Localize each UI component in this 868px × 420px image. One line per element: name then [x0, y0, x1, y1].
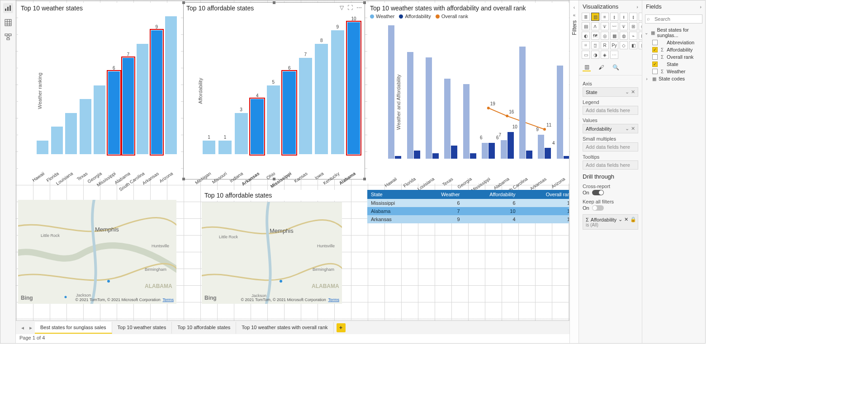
- fields-table[interactable]: ›▦State codes: [644, 75, 703, 82]
- bar[interactable]: Arizona: [165, 16, 177, 154]
- page-tab[interactable]: Top 10 weather states with overall rank: [236, 322, 333, 334]
- bar[interactable]: Hawaii: [36, 16, 49, 154]
- viz-type-icon[interactable]: ⌗: [582, 41, 590, 49]
- viz-type-icon[interactable]: ⫿: [629, 13, 637, 21]
- field-checkbox[interactable]: ✓: [652, 61, 658, 67]
- viz-type-icon[interactable]: R: [601, 41, 609, 49]
- viz-type-icon[interactable]: ◧: [629, 41, 637, 49]
- tab-next-button[interactable]: ▸: [27, 325, 35, 331]
- chevron-down-icon[interactable]: ⌄: [625, 126, 629, 131]
- bar[interactable]: Texas: [79, 16, 92, 154]
- bar[interactable]: 6Mississippi: [282, 16, 297, 154]
- fields-field[interactable]: ✓State: [644, 61, 703, 68]
- bar[interactable]: 7Kansas: [298, 16, 313, 154]
- map-terms-link[interactable]: Terms: [163, 297, 174, 302]
- bar[interactable]: Louisiana: [65, 16, 77, 154]
- bar[interactable]: 9Arkansas: [150, 16, 163, 154]
- viz-type-icon[interactable]: ⫾: [620, 13, 628, 21]
- filters-flyout-collapsed[interactable]: ‹ « Filters: [569, 0, 579, 343]
- viz-map-2[interactable]: Memphis Little Rock Huntsville Birmingha…: [202, 202, 342, 304]
- field-checkbox[interactable]: [652, 69, 658, 74]
- chevron-right-icon[interactable]: ›: [636, 4, 638, 9]
- viz-type-icon[interactable]: ▤: [582, 22, 590, 30]
- viz-type-icon[interactable]: 〰: [610, 22, 618, 30]
- keep-filters-toggle[interactable]: [592, 205, 604, 211]
- combo-column[interactable]: Louisiana: [423, 25, 441, 159]
- viz-type-icon[interactable]: ⩚: [591, 22, 599, 30]
- analytics-tab-icon[interactable]: 🔍: [612, 63, 620, 71]
- fields-field[interactable]: Abbreviation: [644, 39, 703, 46]
- combo-column[interactable]: Florida: [404, 25, 422, 159]
- bar[interactable]: 8Iowa: [314, 16, 329, 154]
- well-axis[interactable]: State⌄✕: [583, 87, 638, 97]
- combo-column[interactable]: Arizona: [554, 25, 569, 159]
- well-values[interactable]: Affordability⌄✕: [583, 124, 638, 133]
- table-header[interactable]: Affordability: [464, 190, 519, 199]
- viz-weather-affordability-rank[interactable]: Top 10 weather states with affordability…: [367, 3, 569, 184]
- bar[interactable]: 5Ohio: [266, 16, 280, 154]
- table-row[interactable]: Mississippi6619: [367, 199, 569, 207]
- viz-type-icon[interactable]: ⩛: [601, 22, 609, 30]
- field-checkbox[interactable]: ✓: [652, 47, 658, 52]
- page-tab[interactable]: Best states for sunglass sales: [35, 322, 112, 334]
- fields-pane-header[interactable]: Fields ›: [642, 0, 705, 13]
- fields-tab-icon[interactable]: ▥: [583, 63, 591, 71]
- focus-mode-icon[interactable]: ⛶: [347, 5, 353, 11]
- bar[interactable]: 1Missouri: [218, 16, 232, 154]
- cross-report-toggle[interactable]: [592, 190, 604, 195]
- viz-type-icon[interactable]: ◈: [601, 51, 609, 59]
- well-legend[interactable]: Add data fields here: [583, 106, 638, 115]
- table-row[interactable]: Arkansas9411: [367, 215, 569, 223]
- viz-type-icon[interactable]: ◍: [620, 32, 628, 40]
- fields-field[interactable]: ΣOverall rank: [644, 53, 703, 61]
- bar[interactable]: 9Kentucky: [330, 16, 345, 154]
- viz-type-icon[interactable]: ◎: [601, 32, 609, 40]
- viz-type-icon[interactable]: ≣: [582, 13, 590, 21]
- combo-column[interactable]: 94Arkansas: [535, 25, 554, 159]
- report-canvas[interactable]: Top 10 weather states Weather ranking Ha…: [16, 0, 569, 321]
- combo-column[interactable]: Texas: [441, 25, 460, 159]
- format-tab-icon[interactable]: 🖌: [597, 63, 605, 71]
- combo-column[interactable]: Hawaii: [385, 25, 404, 159]
- combo-column[interactable]: Georgia: [460, 25, 479, 159]
- page-tab[interactable]: Top 10 affordable states: [172, 322, 236, 334]
- viz-type-icon[interactable]: ▭: [582, 51, 590, 59]
- bar[interactable]: 1Michigan: [202, 16, 216, 154]
- map-terms-link[interactable]: Terms: [328, 297, 340, 302]
- table-header[interactable]: State: [367, 190, 420, 199]
- bar[interactable]: 7Alabama: [122, 16, 134, 154]
- viz-pane-header[interactable]: Visualizations ›: [579, 0, 642, 13]
- report-view-icon[interactable]: [3, 3, 13, 13]
- viz-affordable-states[interactable]: Top 10 affordable states ▽ ⛶ ⋯ Affordabi…: [184, 3, 365, 179]
- remove-filter-button[interactable]: ✕: [624, 217, 628, 222]
- data-view-icon[interactable]: [3, 18, 13, 28]
- viz-rank-table[interactable]: StateWeatherAffordabilityOverall rankMis…: [367, 190, 569, 223]
- fields-field[interactable]: ✓ΣAffordability: [644, 46, 703, 53]
- well-tooltips[interactable]: Add data fields here: [583, 160, 638, 170]
- combo-column[interactable]: 710Alabama: [498, 25, 516, 159]
- bar[interactable]: 6Mississippi: [108, 16, 120, 154]
- field-checkbox[interactable]: [652, 54, 658, 60]
- fields-search-input[interactable]: [645, 14, 702, 24]
- bar[interactable]: South Carolina: [136, 16, 149, 154]
- viz-type-icon[interactable]: 🗺: [591, 32, 599, 40]
- bar[interactable]: Georgia: [93, 16, 106, 154]
- add-page-button[interactable]: +: [337, 323, 346, 332]
- well-smallmult[interactable]: Add data fields here: [583, 142, 638, 151]
- fields-table[interactable]: ⌄▦Best states for sunglas...: [644, 26, 703, 39]
- viz-type-icon[interactable]: ⌁: [629, 32, 637, 40]
- viz-type-icon[interactable]: ⍰: [591, 41, 599, 49]
- viz-type-icon[interactable]: ◇: [620, 41, 628, 49]
- table-header[interactable]: Weather: [420, 190, 463, 199]
- viz-type-icon[interactable]: ⫿: [610, 13, 618, 21]
- bar[interactable]: 3Indiana: [234, 16, 248, 154]
- viz-type-icon[interactable]: ⋯: [610, 51, 618, 59]
- field-checkbox[interactable]: [652, 40, 658, 45]
- remove-field-button[interactable]: ✕: [631, 126, 635, 131]
- viz-weather-states[interactable]: Top 10 weather states Weather ranking Ha…: [18, 3, 181, 179]
- viz-type-icon[interactable]: ▦: [610, 32, 618, 40]
- viz-type-icon[interactable]: ≡: [601, 13, 609, 21]
- chevron-down-icon[interactable]: ⌄: [625, 89, 629, 94]
- chevron-down-icon[interactable]: ⌄: [618, 217, 622, 222]
- bar[interactable]: Florida: [51, 16, 63, 154]
